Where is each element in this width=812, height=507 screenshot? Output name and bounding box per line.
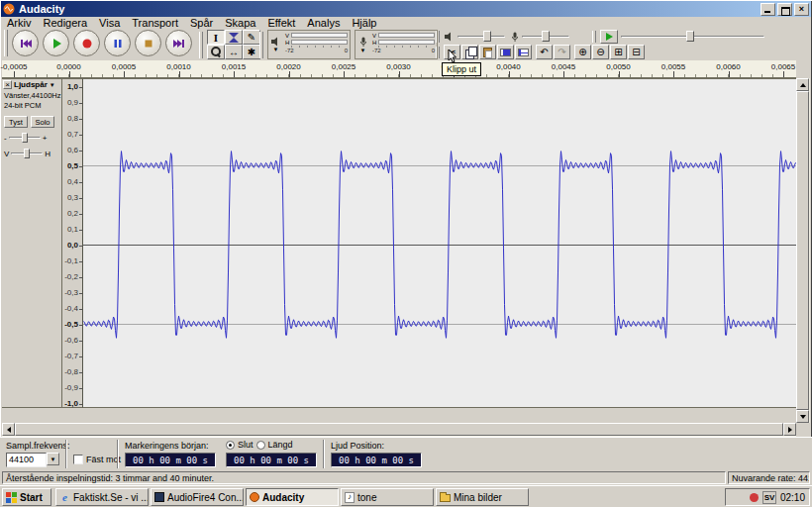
selection-tool-button[interactable]: I: [207, 30, 225, 45]
taskbar-button-audacity[interactable]: Audacity: [246, 488, 339, 506]
taskbar-button-tone[interactable]: ♪tone: [341, 488, 434, 506]
slider-thumb[interactable]: [24, 149, 30, 158]
slider-thumb[interactable]: [483, 31, 491, 42]
pause-button[interactable]: [104, 30, 131, 56]
menu-skapa[interactable]: Skapa: [219, 17, 261, 29]
menu-spr[interactable]: Spår: [184, 17, 219, 29]
playback-speed-slider[interactable]: [621, 31, 764, 43]
output-volume-slider[interactable]: [457, 31, 505, 43]
slider-thumb[interactable]: [542, 31, 550, 42]
snap-to-group: Fäst mot: [73, 455, 121, 464]
tray-app-icon[interactable]: [750, 493, 759, 502]
mute-button[interactable]: Tyst: [4, 116, 28, 128]
taskbar-button-mina-bilder[interactable]: Mina bilder: [436, 488, 529, 506]
chevron-down-icon[interactable]: ▼: [50, 82, 55, 88]
waveform-canvas[interactable]: [83, 78, 796, 408]
rewind-button[interactable]: [12, 30, 39, 56]
zoom-out-button[interactable]: ⊖: [592, 45, 609, 59]
taskbar-button-faktiskt-se-vi[interactable]: eFaktiskt.Se - vi ...: [55, 488, 149, 506]
length-radio[interactable]: [256, 441, 265, 450]
input-meter[interactable]: ▼ V H -720: [355, 30, 438, 59]
scroll-right-button[interactable]: [783, 423, 796, 436]
amplitude-tick: [79, 103, 82, 104]
horizontal-scrollbar[interactable]: [2, 423, 796, 437]
menu-effekt[interactable]: Effekt: [261, 17, 301, 29]
rate-combobox[interactable]: 44100 ▼: [6, 453, 59, 467]
maximize-button[interactable]: [777, 3, 792, 16]
toolbar-grabber[interactable]: [4, 30, 8, 56]
rate-value[interactable]: 44100: [6, 453, 47, 467]
scroll-down-button[interactable]: [796, 410, 809, 423]
selection-end-field[interactable]: 00 h 00 m 00 s: [226, 453, 317, 467]
toolbar-grabber[interactable]: [592, 31, 596, 43]
trim-button[interactable]: [497, 45, 514, 59]
toolbar: I ✎ ↔ ✱: [1, 29, 811, 60]
input-volume-slider[interactable]: [522, 31, 569, 43]
gain-slider[interactable]: [9, 133, 41, 144]
solo-button[interactable]: Solo: [31, 116, 54, 128]
undo-button[interactable]: ↶: [536, 45, 553, 59]
vertical-scrollbar[interactable]: [796, 78, 810, 423]
note-icon: ♪: [345, 492, 355, 503]
gain-max-label: +: [43, 134, 48, 143]
length-radio-label[interactable]: Längd: [268, 440, 293, 450]
start-label: Start: [20, 492, 43, 503]
zoom-tool-button[interactable]: [207, 45, 225, 59]
redo-button[interactable]: ↷: [554, 45, 570, 59]
horizontal-scroll-thumb[interactable]: [15, 423, 783, 436]
close-button[interactable]: ×: [794, 3, 809, 16]
toolbar-grabber[interactable]: [199, 32, 203, 58]
amplitude-tick: [79, 309, 82, 310]
amplitude-tick: [79, 293, 82, 294]
timeshift-tool-button[interactable]: ↔: [225, 45, 243, 59]
menu-transport[interactable]: Transport: [126, 17, 184, 29]
start-button[interactable]: Start: [2, 488, 51, 506]
menu-hjlp[interactable]: Hjälp: [346, 17, 382, 29]
end-radio-label[interactable]: Slut: [238, 440, 254, 450]
slider-thumb[interactable]: [22, 133, 28, 143]
forward-button[interactable]: [165, 30, 192, 56]
selection-start-field[interactable]: 00 h 00 m 00 s: [125, 453, 216, 467]
end-radio[interactable]: [226, 441, 235, 450]
meter-scale-min: -72: [285, 48, 294, 53]
silence-button[interactable]: [515, 45, 532, 59]
toolbar-grabber[interactable]: [436, 47, 440, 58]
stop-button[interactable]: [135, 30, 161, 56]
envelope-tool-button[interactable]: [225, 30, 243, 45]
copy-button[interactable]: [461, 45, 478, 59]
scroll-up-button[interactable]: [796, 78, 809, 91]
titlebar[interactable]: Audacity ×: [1, 1, 811, 17]
language-indicator[interactable]: SV: [762, 491, 776, 504]
menu-visa[interactable]: Visa: [93, 17, 126, 29]
slider-thumb[interactable]: [686, 31, 694, 42]
minimize-button[interactable]: [761, 3, 775, 16]
amplitude-label: 0,4: [60, 177, 78, 186]
record-button[interactable]: [73, 30, 100, 56]
paste-button[interactable]: [479, 45, 496, 59]
menu-arkiv[interactable]: Arkiv: [1, 17, 37, 29]
timeline-ruler[interactable]: -0,00050,00000,00050,00100,00150,00200,0…: [2, 60, 796, 78]
timeline-label: 0,0015: [212, 62, 255, 71]
play-at-speed-button[interactable]: [600, 30, 618, 44]
toolbar-grabber[interactable]: [436, 31, 440, 43]
scroll-left-button[interactable]: [2, 423, 15, 436]
taskbar-button-audiofire4-con[interactable]: AudioFire4 Con...: [151, 488, 244, 506]
toolbar-grabber[interactable]: [259, 32, 263, 58]
fit-project-button[interactable]: ⊟: [628, 45, 645, 59]
chevron-down-icon[interactable]: ▼: [360, 48, 366, 53]
track-name[interactable]: Ljudspår: [14, 80, 48, 89]
fit-selection-button[interactable]: ⊞: [610, 45, 627, 59]
pan-slider[interactable]: [11, 149, 43, 159]
vertical-scroll-thumb[interactable]: [796, 91, 809, 410]
play-button[interactable]: [43, 30, 69, 56]
menu-redigera[interactable]: Redigera: [37, 17, 93, 29]
chevron-down-icon[interactable]: ▼: [273, 47, 279, 52]
zoom-in-button[interactable]: ⊕: [574, 45, 591, 59]
output-meter[interactable]: ▼ V H -720: [267, 30, 351, 59]
track-close-button[interactable]: ×: [3, 80, 12, 89]
chevron-down-icon[interactable]: ▼: [47, 453, 59, 465]
vertical-ruler[interactable]: 1,00,90,80,70,60,50,40,30,20,10,0-0,1-0,…: [62, 78, 83, 408]
snap-to-checkbox[interactable]: [73, 455, 83, 464]
audio-position-field[interactable]: 00 h 00 m 00 s: [331, 453, 422, 467]
menu-analys[interactable]: Analys: [301, 17, 346, 29]
